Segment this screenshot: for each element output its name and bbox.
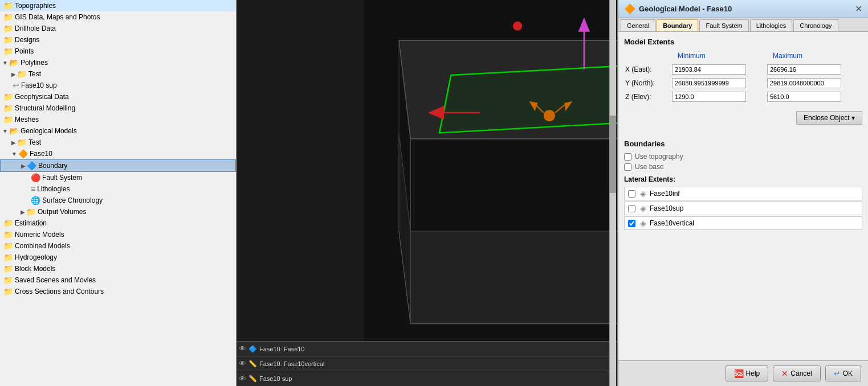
dialog-title-icon: 🔶: [624, 3, 635, 14]
tree-label: Designs: [15, 36, 39, 44]
tree-item-fase10[interactable]: ▼ 🔶 Fase10: [0, 148, 236, 159]
tree-item-fase10sup[interactable]: ↩ Fase10 sup: [0, 80, 236, 91]
tree-item-points[interactable]: 📁 Points: [0, 46, 236, 57]
tree-item-numeric[interactable]: 📁 Numeric Models: [0, 229, 236, 240]
ok-button[interactable]: ↵ OK: [825, 366, 861, 381]
tree-label: Test: [28, 138, 41, 146]
eye-button-3[interactable]: 👁: [239, 375, 246, 383]
tree-item-drillhole[interactable]: 📁 Drillhole Data: [0, 23, 236, 34]
expand-icon: ▼: [11, 151, 17, 157]
extents-row-x: X (East):: [625, 63, 861, 76]
fault-icon: 🔴: [31, 173, 40, 182]
geo-model-icon: 🔶: [18, 149, 28, 158]
svg-point-20: [544, 110, 555, 121]
folder-icon: 📁: [17, 138, 27, 147]
x-label: X (East):: [625, 63, 671, 76]
x-min-input[interactable]: [672, 64, 746, 75]
ok-label: OK: [843, 369, 853, 377]
tree-item-meshes[interactable]: 📁 Meshes: [0, 114, 236, 125]
tree-item-gis[interactable]: 📁 GIS Data, Maps and Photos: [0, 11, 236, 23]
use-topography-checkbox[interactable]: [624, 153, 631, 161]
dialog-title: Geological Model - Fase10: [639, 5, 732, 13]
tree-label: GIS Data, Maps and Photos: [15, 13, 100, 21]
folder-icon: 📁: [3, 35, 13, 44]
use-base-checkbox[interactable]: [624, 163, 631, 171]
tree-label: Lithologies: [37, 185, 70, 193]
lateral-item-label-2: Fase10vertical: [650, 219, 694, 227]
tree-item-estimation[interactable]: 📁 Estimation: [0, 217, 236, 229]
tab-general[interactable]: General: [621, 19, 655, 31]
enclose-object-button[interactable]: Enclose Object ▾: [796, 111, 862, 125]
tree-item-geo-test[interactable]: ▶ 📁 Test: [0, 137, 236, 148]
lateral-item-icon-2: ◈: [640, 219, 646, 228]
tree-item-fault-system[interactable]: 🔴 Fault System: [0, 172, 236, 183]
tree-label: Meshes: [15, 116, 39, 124]
z-max-input[interactable]: [767, 92, 841, 102]
lateral-item-icon-0: ◈: [640, 189, 646, 198]
tree-label: Fase10: [30, 150, 52, 158]
help-button[interactable]: 🆘 Help: [726, 366, 769, 381]
tree-label: Test: [28, 70, 41, 78]
tree-label: Numeric Models: [15, 231, 64, 239]
vertical-scrollbar[interactable]: [609, 0, 616, 386]
boundary-icon: 🔷: [27, 161, 36, 170]
expand-icon: ▶: [21, 209, 25, 215]
tree-item-geophysical[interactable]: 📁 Geophysical Data: [0, 91, 236, 102]
max-header: Maximum: [767, 52, 861, 62]
tree-item-lithologies[interactable]: ≡ Lithologies: [0, 183, 236, 195]
tree-item-topographies[interactable]: 📁 Topographies: [0, 0, 236, 11]
tree-item-surface-chronology[interactable]: 🌐 Surface Chronology: [0, 195, 236, 206]
tab-chronology[interactable]: Chronology: [793, 19, 838, 31]
tab-boundary[interactable]: Boundary: [657, 19, 698, 31]
tree-item-block-models[interactable]: 📁 Block Models: [0, 263, 236, 274]
tree-item-cross-sections[interactable]: 📁 Cross Sections and Contours: [0, 286, 236, 297]
lateral-checkbox-2[interactable]: [628, 220, 635, 227]
expand-icon: ▶: [21, 163, 26, 169]
y-max-input[interactable]: [767, 78, 841, 88]
z-min-input[interactable]: [672, 92, 746, 102]
tree-item-hydrogeology[interactable]: 📁 Hydrogeology: [0, 252, 236, 263]
model-extents-title: Model Extents: [624, 38, 862, 46]
tree-item-boundary[interactable]: ▶ 🔷 Boundary: [0, 159, 236, 172]
tree-item-designs[interactable]: 📁 Designs: [0, 34, 236, 46]
lateral-item-icon-1: ◈: [640, 204, 646, 213]
y-label: Y (North):: [625, 77, 671, 89]
polyline-icon: ↩: [13, 81, 19, 90]
lateral-item-1: ◈ Fase10sup: [624, 202, 862, 215]
folder-icon: 📁: [3, 230, 13, 239]
tree-item-combined[interactable]: 📁 Combined Models: [0, 240, 236, 252]
tree-label: Block Models: [15, 265, 55, 273]
tree-item-structural[interactable]: 📁 Structural Modelling: [0, 102, 236, 114]
tab-fault-system[interactable]: Fault System: [699, 19, 748, 31]
eye-button-2[interactable]: 👁: [239, 359, 246, 368]
cancel-button[interactable]: ✕ Cancel: [773, 366, 820, 381]
tree-label: Fase10 sup: [21, 81, 57, 89]
lateral-checkbox-0[interactable]: [628, 190, 635, 198]
tree-item-saved-scenes[interactable]: 📁 Saved Scenes and Movies: [0, 274, 236, 286]
tree-label: Output Volumes: [38, 208, 86, 216]
eye-button-1[interactable]: 👁: [239, 344, 246, 353]
tree-label: Fault System: [42, 174, 82, 182]
tree-item-geological[interactable]: ▼ 📂 Geological Models: [0, 125, 236, 137]
help-icon: 🆘: [734, 369, 744, 378]
folder-icon: 📁: [3, 13, 13, 22]
litho-icon: ≡: [31, 184, 35, 194]
tree-item-poly-test[interactable]: ▶ 📁 Test: [0, 68, 236, 80]
tab-lithologies[interactable]: Lithologies: [750, 19, 793, 31]
scroll-thumb: [610, 116, 616, 193]
svg-point-17: [513, 22, 522, 31]
folder-icon: 📁: [3, 264, 13, 273]
geological-model-dialog: 🔶 Geological Model - Fase10 ✕ General Bo…: [617, 0, 868, 386]
expand-icon: ▶: [11, 139, 16, 146]
use-topography-label: Use topography: [635, 153, 683, 161]
lateral-checkbox-1[interactable]: [628, 205, 635, 212]
row2-icon: 📏: [248, 360, 257, 368]
tree-item-output-volumes[interactable]: ▶ 📁 Output Volumes: [0, 206, 236, 217]
y-min-input[interactable]: [672, 78, 746, 88]
dialog-close-button[interactable]: ✕: [855, 3, 862, 14]
folder-icon: 📁: [3, 276, 13, 285]
x-max-input[interactable]: [767, 64, 841, 75]
tree-label: Estimation: [15, 219, 47, 227]
tree-item-polylines[interactable]: ▼ 📂 Polylines: [0, 57, 236, 68]
boundaries-title: Boundaries: [624, 139, 862, 148]
